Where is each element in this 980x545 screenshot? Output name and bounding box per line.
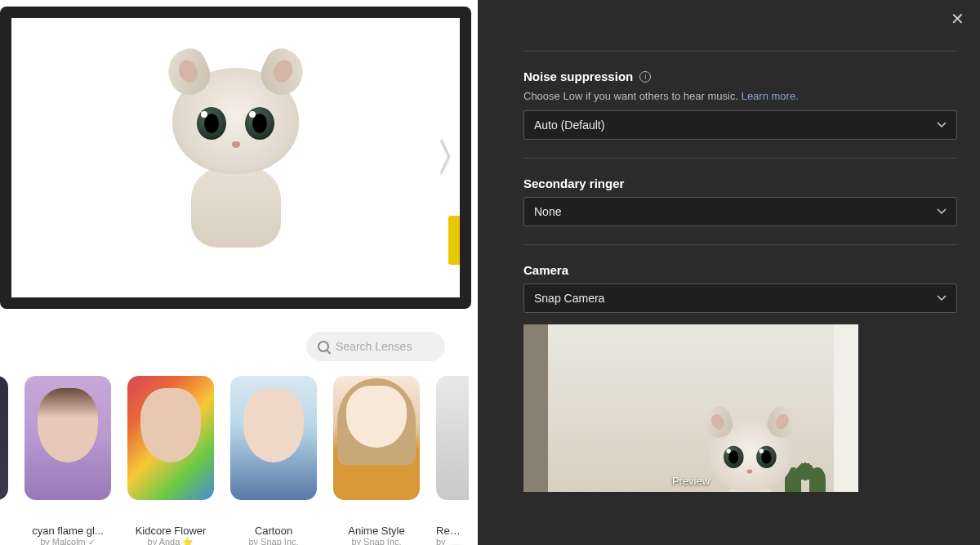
camera-dropdown[interactable]: Snap Camera xyxy=(523,284,957,313)
dropdown-value: None xyxy=(534,205,561,218)
next-arrow-icon[interactable]: 〉 xyxy=(435,133,463,182)
lens-author: by Anda ⭐ xyxy=(127,537,214,545)
noise-suppression-desc: Choose Low if you want others to hear mu… xyxy=(523,90,957,102)
lens-title: Anime Style xyxy=(333,525,420,537)
chevron-down-icon xyxy=(937,207,947,217)
chevron-down-icon xyxy=(937,120,947,130)
camera-title: Camera xyxy=(523,263,957,277)
divider xyxy=(523,158,957,159)
teams-settings-panel: ✕ Noise suppression i Choose Low if you … xyxy=(478,0,980,545)
lens-author: by Snap Inc. xyxy=(436,537,469,545)
divider xyxy=(523,51,957,51)
lens-title: cyan flame gl... xyxy=(24,525,111,537)
search-lenses-input[interactable]: Search Lenses xyxy=(306,332,445,361)
lens-item[interactable]: Anime Style by Snap Inc. xyxy=(333,376,420,545)
lens-item[interactable]: Cartoon by Snap Inc. xyxy=(230,376,317,545)
lens-item[interactable]: Remove I... by Snap Inc. xyxy=(436,376,469,545)
lens-item[interactable] xyxy=(0,376,8,545)
preview-label: Preview xyxy=(523,470,858,492)
divider xyxy=(523,244,957,245)
close-icon[interactable]: ✕ xyxy=(949,11,965,28)
chevron-down-icon xyxy=(937,293,947,303)
lens-title: Cartoon xyxy=(230,525,317,537)
lens-author: by Malcolm ✓ xyxy=(24,537,111,545)
lens-author: by Snap Inc. xyxy=(333,537,420,545)
lens-item[interactable]: Kidcore Flower by Anda ⭐ xyxy=(127,376,214,545)
lens-title: Kidcore Flower xyxy=(127,525,214,537)
lens-item[interactable]: cyan flame gl... by Malcolm ✓ xyxy=(24,376,111,545)
snap-badge xyxy=(448,216,460,265)
secondary-ringer-title: Secondary ringer xyxy=(523,176,957,190)
lens-carousel: cyan flame gl... by Malcolm ✓ Kidcore Fl… xyxy=(0,376,478,545)
info-icon[interactable]: i xyxy=(639,71,651,83)
noise-suppression-title: Noise suppression i xyxy=(523,69,957,83)
lens-title: Remove I... xyxy=(436,525,469,537)
search-icon xyxy=(318,341,329,352)
lens-author: by Snap Inc. xyxy=(230,537,317,545)
snap-camera-panel: 〉 Search Lenses cyan flame gl... by Malc… xyxy=(0,0,478,545)
camera-preview-frame: 〉 xyxy=(0,7,471,309)
dropdown-value: Auto (Default) xyxy=(534,118,604,132)
dropdown-value: Snap Camera xyxy=(534,292,604,305)
learn-more-link[interactable]: Learn more. xyxy=(742,90,799,102)
secondary-ringer-dropdown[interactable]: None xyxy=(523,197,957,226)
noise-suppression-dropdown[interactable]: Auto (Default) xyxy=(523,110,957,140)
camera-preview: Preview xyxy=(523,324,858,492)
search-placeholder: Search Lenses xyxy=(336,340,412,353)
cat-filter-preview xyxy=(163,68,310,248)
